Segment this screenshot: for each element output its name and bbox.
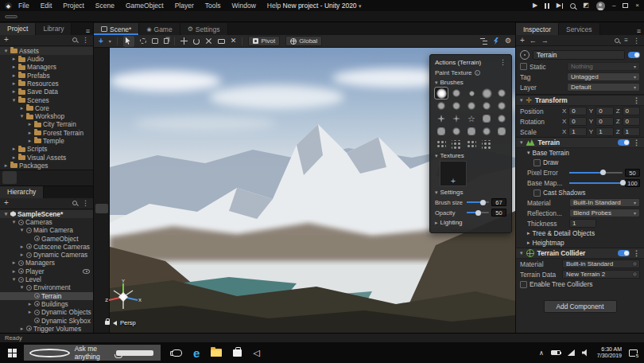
panel-menu-icon[interactable]: ≡ xyxy=(83,27,93,35)
step-button[interactable]: ▶ xyxy=(557,2,564,10)
inspector-add-button[interactable]: + xyxy=(520,37,525,45)
wrench-icon[interactable]: ⚙ xyxy=(505,37,511,45)
project-tree-row[interactable]: ▸ Resources xyxy=(0,80,93,88)
minimize-button[interactable]: – xyxy=(612,2,615,10)
tab-services[interactable]: Services xyxy=(559,23,600,35)
taskbar-clock[interactable]: 6:30 AM 7/30/2019 xyxy=(597,346,622,359)
opacity-value[interactable]: 50 xyxy=(491,209,506,217)
fold-arrow-icon[interactable]: ▸ xyxy=(11,80,17,87)
textures-foldout[interactable]: ▾Textures xyxy=(435,152,506,159)
add-tool-dropdown-icon[interactable]: ▾ xyxy=(109,38,111,44)
move-tool-icon[interactable] xyxy=(180,37,188,45)
frame-select-tool-icon[interactable] xyxy=(152,38,158,44)
axis-z-value[interactable]: 0 xyxy=(623,117,640,126)
tab-settings[interactable]: ⚙Settings xyxy=(180,23,228,35)
fold-arrow-icon[interactable]: ▸ xyxy=(19,105,25,111)
brush-noise-2[interactable] xyxy=(450,100,463,111)
fold-arrow-icon[interactable]: ▾ xyxy=(3,48,9,54)
hierarchy-tree-row[interactable]: ▾ Cameras xyxy=(0,218,93,226)
base-map-slider[interactable] xyxy=(569,182,623,184)
hierarchy-tree-row[interactable]: ▾ SampleScene* xyxy=(0,210,93,218)
project-tree-row[interactable]: ▾ Workshop xyxy=(0,112,93,120)
add-component-button[interactable]: Add Component xyxy=(544,300,617,313)
brush-tool-icon[interactable] xyxy=(95,204,108,213)
draw-checkbox[interactable] xyxy=(533,159,541,166)
menu-item[interactable]: File xyxy=(18,2,29,10)
terrain-paint-tool-icon[interactable] xyxy=(95,191,108,201)
fold-arrow-icon[interactable]: ▸ xyxy=(27,301,33,307)
collab-icon[interactable]: ◩ xyxy=(583,2,589,10)
search-icon[interactable] xyxy=(570,3,576,9)
battery-icon[interactable] xyxy=(551,350,561,355)
brush-soft-round[interactable] xyxy=(435,88,448,99)
heightmap-foldout[interactable]: ▸Heightmap xyxy=(516,238,644,248)
add-gameobject-button[interactable]: + xyxy=(4,199,9,207)
object-picker-icon[interactable] xyxy=(632,271,638,277)
terrain-collider-header[interactable]: ▾ Terrain Collider ⋮ xyxy=(516,248,644,259)
brush-noise-5[interactable] xyxy=(495,100,508,111)
project-tree-row[interactable]: ▾ Assets xyxy=(0,47,93,55)
project-tree-row[interactable]: ▸ Prefabs xyxy=(0,71,93,79)
material-tool-icon[interactable] xyxy=(95,64,108,73)
hierarchy-tree-row[interactable]: GameObject xyxy=(0,234,93,242)
inspector-kebab-icon[interactable]: ⋮ xyxy=(633,37,640,45)
tag-dropdown[interactable]: Untagged▾ xyxy=(567,72,640,81)
base-map-value[interactable]: 100 xyxy=(625,179,640,187)
maximize-button[interactable] xyxy=(623,3,628,8)
projection-mode[interactable]: Persp xyxy=(105,319,136,326)
project-tree-row[interactable]: ▸ Managers xyxy=(0,63,93,71)
edge-icon[interactable]: e xyxy=(193,347,200,359)
fold-arrow-icon[interactable]: ▸ xyxy=(11,64,17,70)
base-terrain-foldout[interactable]: ▾Base Terrain xyxy=(516,148,644,158)
package-icon[interactable] xyxy=(21,171,35,184)
inspector-panel-menu-icon[interactable]: ≡ xyxy=(634,27,644,35)
brush-noise-4[interactable] xyxy=(480,100,493,111)
brush-blob[interactable] xyxy=(495,113,508,124)
fold-arrow-icon[interactable]: ▾ xyxy=(11,276,17,283)
brush-scatter-3[interactable] xyxy=(465,139,478,150)
project-search-icon[interactable] xyxy=(72,37,77,42)
fold-arrow-icon[interactable]: ▸ xyxy=(19,326,25,332)
brushes-foldout[interactable]: ▾Brushes xyxy=(435,79,506,86)
project-kebab-icon[interactable]: ⋮ xyxy=(82,36,89,44)
brush-size-value[interactable]: 67 xyxy=(491,198,506,206)
workspace-tab[interactable] xyxy=(64,16,75,18)
static-checkbox[interactable] xyxy=(520,63,527,70)
terrain-enabled-toggle[interactable] xyxy=(618,139,630,146)
hierarchy-tree-row[interactable]: ▸ Buildings xyxy=(0,300,93,308)
video-tool-icon[interactable] xyxy=(95,127,108,137)
collider-kebab-icon[interactable]: ⋮ xyxy=(633,249,640,257)
settings-foldout[interactable]: ▾Settings xyxy=(435,189,506,196)
workspace-tab[interactable] xyxy=(49,16,60,18)
brush-star-outline[interactable]: ☆ xyxy=(465,113,478,124)
brush-splatter[interactable] xyxy=(495,88,508,99)
hierarchy-tree-row[interactable]: ▸ Cutscene Cameras xyxy=(0,243,93,251)
info-icon[interactable]: i xyxy=(475,70,480,76)
axis-z-value[interactable]: 0 xyxy=(623,107,640,115)
store-icon[interactable] xyxy=(233,349,242,357)
tab-library[interactable]: Library xyxy=(36,23,72,35)
rect-tool-icon[interactable] xyxy=(218,39,225,44)
fold-arrow-icon[interactable]: ▸ xyxy=(27,121,33,127)
rotate-tool-icon[interactable] xyxy=(193,38,200,45)
paint-tool-icon[interactable] xyxy=(95,89,108,99)
stamp-tool-icon[interactable] xyxy=(95,51,108,60)
fold-arrow-icon[interactable]: ▸ xyxy=(11,268,17,275)
brush-scatter-1[interactable] xyxy=(435,139,448,150)
fold-arrow-icon[interactable]: ▸ xyxy=(11,88,17,95)
network-icon[interactable] xyxy=(568,349,575,356)
tab-inspector[interactable]: Inspector xyxy=(516,23,559,35)
fold-arrow-icon[interactable]: ▸ xyxy=(11,260,17,266)
fold-arrow-icon[interactable]: ▸ xyxy=(11,56,17,62)
brush-rough-4[interactable] xyxy=(480,126,493,137)
project-tree-row[interactable]: ▾ Scenes xyxy=(0,96,93,103)
notes-icon[interactable] xyxy=(58,171,72,184)
zoom-tool-icon[interactable] xyxy=(95,76,108,86)
image-tool-icon[interactable] xyxy=(95,153,108,162)
unity-taskbar-icon[interactable]: ◁ xyxy=(253,349,259,357)
lighting-foldout[interactable]: ▸Lighting xyxy=(435,219,506,226)
brush-rough-5[interactable] xyxy=(495,126,508,137)
project-tree-row[interactable]: ▸ City Terrain xyxy=(0,120,93,128)
scene-hierarchy-filter-icon[interactable] xyxy=(480,38,487,45)
project-tree-row[interactable]: ▸ Forest Terrain xyxy=(0,129,93,137)
